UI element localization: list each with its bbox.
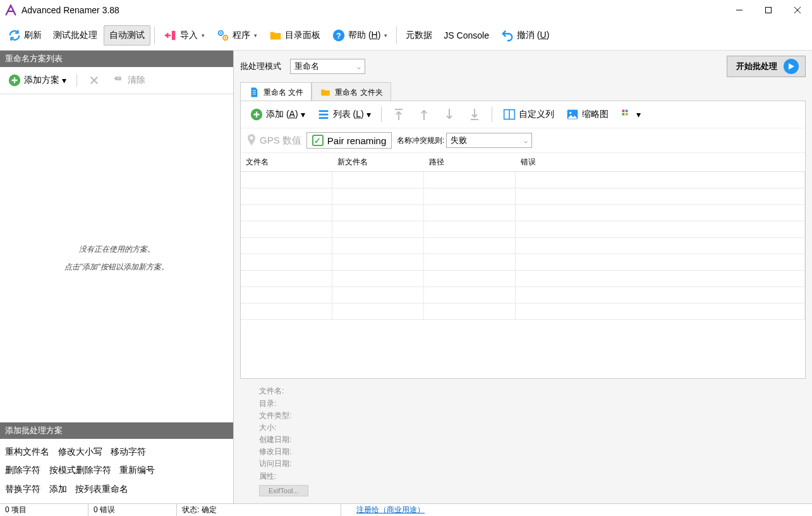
preset-link[interactable]: 移动字符 — [111, 443, 146, 461]
grid-icon — [620, 108, 634, 121]
move-up-button[interactable] — [413, 105, 435, 124]
collision-select[interactable]: 失败 ⌵ — [446, 133, 532, 148]
undo-button[interactable]: 撤消 (U) — [495, 25, 554, 46]
table-row — [241, 304, 805, 320]
separator — [154, 27, 155, 44]
clear-methods-button[interactable]: 清除 — [107, 71, 149, 90]
maximize-button[interactable] — [754, 0, 783, 20]
presets-header: 添加批处理方案 — [0, 422, 233, 439]
metadata-button[interactable]: 元数据 — [401, 26, 437, 45]
preset-link[interactable]: 添加 — [49, 480, 67, 498]
col-error[interactable]: 错误 — [516, 153, 805, 171]
grid-body[interactable] — [241, 172, 805, 378]
info-size: 大小: — [259, 422, 787, 434]
move-top-button[interactable] — [388, 105, 409, 124]
preset-link[interactable]: 重构文件名 — [5, 443, 49, 461]
tab-folders[interactable]: 重命名 文件夹 — [312, 82, 391, 101]
table-row — [241, 221, 805, 238]
delete-method-button[interactable] — [83, 71, 105, 90]
move-down-button[interactable] — [439, 105, 460, 124]
move-bottom-button[interactable] — [464, 105, 485, 124]
batch-row: 批处理模式 重命名 ⌵ 开始批处理 — [234, 51, 812, 82]
help-icon: ? — [332, 28, 346, 42]
preset-link[interactable]: 按模式删除字符 — [49, 461, 111, 479]
add-method-button[interactable]: 添加方案▾ — [4, 71, 70, 90]
preset-link[interactable]: 删除字符 — [5, 461, 40, 479]
preset-link[interactable]: 重新编号 — [119, 461, 155, 479]
add-files-button[interactable]: 添加 (A)▾ — [246, 105, 309, 124]
table-row — [241, 188, 805, 205]
batch-mode-select[interactable]: 重命名 ⌵ — [290, 59, 365, 74]
svg-point-21 — [250, 136, 253, 139]
app-icon — [4, 3, 18, 17]
gear-icon — [216, 28, 230, 42]
col-filename[interactable]: 文件名 — [241, 153, 332, 171]
info-filetype: 文件类型: — [259, 410, 787, 422]
import-button[interactable]: 导入▾ — [159, 25, 210, 46]
svg-point-7 — [220, 32, 222, 34]
gps-button[interactable]: GPS 数值 — [246, 133, 301, 148]
thumbnails-button[interactable]: 缩略图 — [562, 105, 612, 124]
preset-link[interactable]: 按列表重命名 — [75, 480, 128, 498]
help-button[interactable]: ? 帮助 (H)▾ — [327, 25, 392, 46]
file-panel: 添加 (A)▾ 列表 (L)▾ 自定义列 缩略图 — [240, 101, 806, 379]
dropdown-icon: ▾ — [254, 32, 257, 39]
folder-icon — [269, 28, 282, 42]
dropdown-icon: ▾ — [62, 75, 66, 85]
play-icon — [784, 59, 799, 74]
dropdown-icon: ▾ — [202, 32, 205, 39]
undo-icon — [500, 28, 514, 42]
methods-header: 重命名方案列表 — [0, 51, 233, 67]
arrow-bottom-icon — [468, 108, 482, 121]
col-newfilename[interactable]: 新文件名 — [332, 153, 424, 171]
dropdown-icon: ▾ — [367, 109, 371, 120]
program-button[interactable]: 程序▾ — [211, 25, 262, 46]
info-modified: 修改日期: — [259, 446, 787, 458]
tab-files[interactable]: 重命名 文件 — [240, 82, 312, 101]
list-button[interactable]: 列表 (L)▾ — [313, 105, 375, 124]
separator — [381, 107, 382, 122]
import-icon — [164, 28, 178, 42]
chevron-down-icon: ⌵ — [357, 63, 361, 70]
svg-rect-4 — [172, 30, 176, 40]
arrow-down-icon — [442, 108, 456, 121]
close-button[interactable] — [783, 0, 812, 20]
methods-toolbar: 添加方案▾ 清除 — [0, 67, 233, 94]
right-panel: 批处理模式 重命名 ⌵ 开始批处理 重命名 文件 重命名 文件夹 — [234, 51, 812, 503]
window-title: Advanced Renamer 3.88 — [21, 5, 119, 15]
info-directory: 目录: — [259, 398, 787, 410]
status-errors: 0 错误 — [88, 504, 177, 516]
svg-text:?: ? — [336, 30, 341, 40]
view-options-button[interactable]: ▾ — [616, 105, 645, 124]
titlebar: Advanced Renamer 3.88 — [0, 0, 812, 20]
file-toolbar-2: GPS 数值 ✓ Pair renaming 名称冲突规则: 失败 ⌵ — [241, 128, 805, 153]
refresh-button[interactable]: 刷新 — [3, 25, 47, 46]
auto-test-button[interactable]: 自动测试 — [104, 25, 150, 46]
file-toolbar: 添加 (A)▾ 列表 (L)▾ 自定义列 缩略图 — [241, 101, 805, 128]
collision-rule: 名称冲突规则: 失败 ⌵ — [397, 133, 531, 148]
start-batch-button[interactable]: 开始批处理 — [727, 56, 806, 77]
arrow-up-icon — [417, 108, 431, 121]
directory-panel-button[interactable]: 目录面板 — [264, 25, 325, 46]
file-info: 文件名: 目录: 文件类型: 大小: 创建日期: 修改日期: 访问日期: 属性:… — [234, 379, 812, 503]
js-console-button[interactable]: JS Console — [439, 27, 494, 44]
preset-link[interactable]: 修改大小写 — [58, 443, 102, 461]
table-row — [241, 205, 805, 221]
list-icon — [317, 108, 330, 121]
col-path[interactable]: 路径 — [424, 153, 516, 171]
preset-link[interactable]: 替换字符 — [5, 480, 40, 498]
table-row — [241, 238, 805, 254]
svg-point-8 — [224, 37, 226, 39]
dropdown-icon: ▾ — [636, 109, 641, 120]
info-filename: 文件名: — [259, 385, 787, 397]
register-link[interactable]: 注册给（商业用途） — [351, 505, 430, 515]
columns-icon — [502, 108, 516, 121]
checkbox-checked-icon: ✓ — [312, 135, 324, 146]
exiftool-button[interactable]: ExifTool... — [259, 485, 308, 496]
x-icon — [87, 73, 101, 87]
custom-columns-button[interactable]: 自定义列 — [499, 105, 558, 124]
test-batch-button[interactable]: 测试批处理 — [48, 26, 102, 45]
pair-renaming-toggle[interactable]: ✓ Pair renaming — [306, 132, 392, 149]
minimize-button[interactable] — [725, 0, 754, 20]
statusbar: 0 项目 0 错误 状态: 确定 注册给（商业用途） — [0, 503, 812, 516]
